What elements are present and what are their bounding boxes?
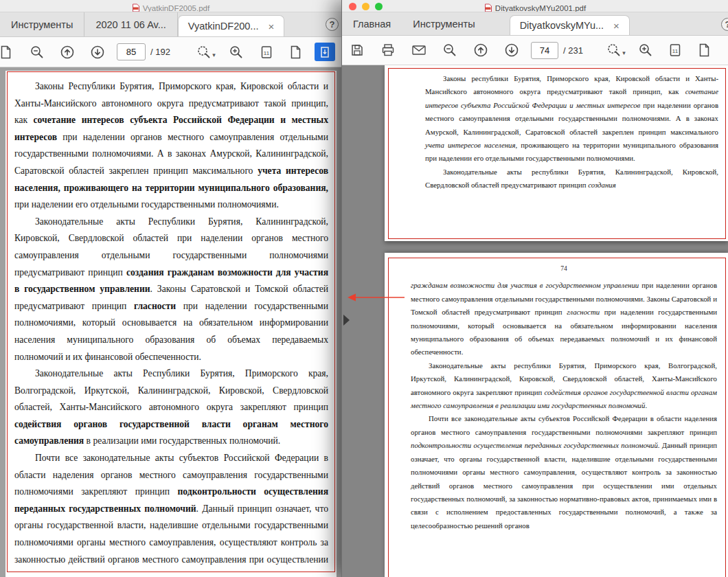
highlighted-text-region: Законы республики Бурятия, Приморского к… xyxy=(388,68,726,239)
paragraph: Законодательные акты республики Бурятия,… xyxy=(411,359,717,413)
left-document-area[interactable]: Законы Республики Бурятия, Приморского к… xyxy=(0,67,341,577)
email-icon xyxy=(411,43,427,58)
tab-label: 2020 11 06 Av... xyxy=(95,19,166,30)
tab-label: DityatkovskyMYu... xyxy=(520,20,604,31)
search-button[interactable]: ▾ xyxy=(196,43,216,62)
document-page-fragment-top: Законы республики Бурятия, Приморского к… xyxy=(385,65,728,241)
scroll-mode-button[interactable] xyxy=(315,43,335,61)
next-page-button[interactable] xyxy=(88,43,107,62)
paragraph: Законодательные акты Республики Бурятия,… xyxy=(14,365,328,450)
chevron-down-icon: ▾ xyxy=(622,49,626,56)
zoom-in-button[interactable] xyxy=(227,43,246,62)
tab-other-document[interactable]: 2020 11 06 Av... xyxy=(84,12,177,36)
tab-spacer xyxy=(486,12,510,35)
zoom-in-icon xyxy=(229,45,244,60)
red-arrow xyxy=(345,291,406,304)
document-page-74: 74 гражданам возможности для участия в г… xyxy=(385,253,728,577)
print-icon xyxy=(380,43,396,58)
page-number: 74 xyxy=(411,262,717,275)
page-thumbnails-icon: 11 xyxy=(668,43,683,58)
page-number-input[interactable] xyxy=(531,42,558,59)
page-number-input[interactable] xyxy=(117,43,146,60)
single-page-icon xyxy=(0,45,12,60)
zoom-in-button[interactable] xyxy=(636,41,655,60)
left-pdf-window: VyatkinDF2005.pdf Инструменты 2020 11 06… xyxy=(0,0,341,577)
paragraph: Законы Республики Бурятия, Приморского к… xyxy=(14,78,328,214)
highlighted-text-region: Законы Республики Бурятия, Приморского к… xyxy=(7,71,335,572)
page-down-icon xyxy=(503,42,520,58)
left-tabbar: Инструменты 2020 11 06 Av... VyatkinDF20… xyxy=(0,12,341,37)
next-page-button[interactable] xyxy=(502,41,521,60)
page-count-label: / 192 xyxy=(150,47,170,57)
zoom-in-icon xyxy=(638,43,653,58)
search-button[interactable]: ▾ xyxy=(606,41,626,60)
zoom-out-button[interactable] xyxy=(27,43,47,62)
previous-page-button[interactable] xyxy=(471,41,490,60)
right-pdf-window: DityatkovskyMYu2001.pdf Главная Инструме… xyxy=(341,0,728,577)
page-count-label: / 231 xyxy=(563,45,583,56)
search-icon xyxy=(606,43,622,58)
print-button[interactable] xyxy=(378,41,398,60)
zoom-out-button[interactable] xyxy=(440,41,459,60)
tab-label: Главная xyxy=(353,19,391,30)
right-document-area[interactable]: Законы республики Бурятия, Приморского к… xyxy=(342,65,728,577)
window-title: VyatkinDF2005.pdf xyxy=(143,4,209,12)
svg-text:11: 11 xyxy=(672,48,679,54)
page-view-button[interactable] xyxy=(694,41,714,60)
right-window-titlebar: DityatkovskyMYu2001.pdf xyxy=(342,0,728,12)
zoom-out-icon xyxy=(30,45,45,60)
chevron-down-icon: ▾ xyxy=(212,52,216,58)
panel-expand-handle[interactable] xyxy=(343,315,350,326)
single-page-icon xyxy=(697,43,711,58)
zoom-out-icon xyxy=(442,43,457,58)
single-page-icon xyxy=(288,45,302,60)
left-toolbar: / 192 ▾ 11 xyxy=(0,37,341,67)
document-page: Законы Республики Бурятия, Приморского к… xyxy=(5,71,337,577)
search-icon xyxy=(196,45,212,60)
tab-label: Инструменты xyxy=(11,19,73,30)
pdf-file-icon xyxy=(132,3,140,12)
tab-tools[interactable]: Инструменты xyxy=(0,12,84,36)
svg-text:11: 11 xyxy=(264,49,270,56)
paragraph: гражданам возможности для участия в госу… xyxy=(411,279,717,359)
page-view-button[interactable] xyxy=(286,43,305,62)
email-button[interactable] xyxy=(409,41,429,60)
page-thumbnails-button[interactable]: 11 xyxy=(257,43,276,62)
close-tab-icon[interactable]: × xyxy=(268,21,274,32)
page-thumbnails-icon: 11 xyxy=(259,45,274,60)
paragraph: Законодательные акты республики Бурятия,… xyxy=(425,166,718,192)
sidebar-toggle-button[interactable] xyxy=(0,43,15,62)
window-minimize-button[interactable] xyxy=(362,3,369,10)
pdf-file-icon xyxy=(484,3,492,12)
help-icon[interactable]: ? xyxy=(326,18,339,31)
tab-active-document[interactable]: VyatkinDF200... × xyxy=(178,15,284,36)
page-thumbnails-button[interactable]: 11 xyxy=(666,41,685,60)
close-tab-icon[interactable]: × xyxy=(613,21,619,31)
save-icon xyxy=(350,43,365,58)
save-button[interactable] xyxy=(348,41,367,60)
previous-page-button[interactable] xyxy=(58,43,77,62)
scroll-mode-icon xyxy=(319,46,331,58)
tab-active-document[interactable]: DityatkovskyMYu... × xyxy=(510,15,630,35)
page-down-icon xyxy=(89,44,106,60)
window-zoom-button[interactable] xyxy=(375,3,383,10)
window-close-button[interactable] xyxy=(349,3,356,10)
tab-label: Инструменты xyxy=(413,19,475,30)
page-up-icon xyxy=(59,44,76,60)
tab-label: VyatkinDF200... xyxy=(188,21,259,32)
paragraph: Почти все законодательные акты субъектов… xyxy=(14,450,328,572)
desktop: { "left_window": { "title": "VyatkinDF20… xyxy=(0,0,728,577)
left-window-titlebar: VyatkinDF2005.pdf xyxy=(0,0,341,12)
paragraph: Законы республики Бурятия, Приморского к… xyxy=(425,72,718,166)
tab-home[interactable]: Главная xyxy=(342,12,402,35)
window-title: DityatkovskyMYu2001.pdf xyxy=(495,4,586,12)
page-text: гражданам возможности для участия в госу… xyxy=(411,279,717,532)
help-icon[interactable]: ? xyxy=(721,18,728,31)
right-tabbar: Главная Инструменты DityatkovskyMYu... ×… xyxy=(342,12,728,36)
highlighted-text-region: 74 гражданам возможности для участия в г… xyxy=(388,258,726,577)
page-up-icon xyxy=(473,42,489,58)
tab-tools[interactable]: Инструменты xyxy=(402,12,486,35)
paragraph: Почти все законодательные акты субъектов… xyxy=(411,412,717,532)
right-toolbar: / 231 ▾ 11 xyxy=(342,36,728,65)
paragraph: Законодательные акты Республики Бурятия,… xyxy=(14,214,328,365)
